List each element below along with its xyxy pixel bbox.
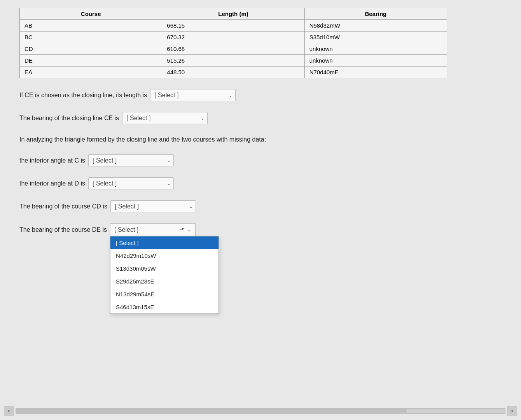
q2-label: The bearing of the closing line CE is: [19, 115, 119, 122]
dropdown-item[interactable]: S29d25m23sE: [110, 275, 219, 288]
cell-course: CD: [20, 43, 162, 55]
cell-bearing: unknown: [304, 55, 447, 66]
q7-select-display[interactable]: [ Select ] ⬏ ⌄: [110, 223, 196, 236]
q1-select[interactable]: [ Select ]: [150, 89, 236, 101]
q6-label: The bearing of the course CD is: [19, 203, 107, 210]
q1-select-wrapper: [ Select ] ⌄: [150, 89, 236, 101]
dropdown-item[interactable]: N13d29m54sE: [110, 288, 219, 301]
dropdown-item[interactable]: S46d13m15sE: [110, 301, 219, 313]
dropdown-item[interactable]: [ Select ]: [110, 236, 219, 249]
cell-length: 670.32: [162, 32, 304, 43]
page-wrapper: Course Length (m) Bearing AB668.15N58d32…: [0, 0, 521, 420]
dropdown-item[interactable]: S13d30m05sW: [110, 262, 219, 275]
cursor-icon: ⬏: [179, 226, 184, 233]
q4-select-wrapper: [ Select ] ⌄: [88, 154, 174, 166]
table-row: CD610.68unknown: [20, 43, 447, 55]
q4-select[interactable]: [ Select ]: [88, 154, 174, 166]
q7-label: The bearing of the course DE is: [19, 226, 107, 233]
q6-select-wrapper: [ Select ] ⌄: [110, 200, 196, 212]
dropdown-item[interactable]: N42d29m10sW: [110, 249, 219, 262]
q7-select-value: [ Select ]: [114, 226, 177, 233]
cell-length: 448.50: [162, 66, 304, 78]
course-table: Course Length (m) Bearing AB668.15N58d32…: [19, 8, 447, 78]
scrollbar-track[interactable]: [16, 408, 505, 414]
question-ce-length: If CE is chosen as the closing line, its…: [19, 89, 505, 101]
col-header-length: Length (m): [162, 8, 304, 20]
question-ce-bearing: The bearing of the closing line CE is [ …: [19, 112, 505, 124]
col-header-bearing: Bearing: [304, 8, 447, 20]
q4-label: the interior angle at C is: [19, 157, 85, 164]
q2-select[interactable]: [ Select ]: [122, 112, 208, 124]
question-de-bearing: The bearing of the course DE is [ Select…: [19, 223, 505, 236]
cell-bearing: unknown: [304, 43, 447, 55]
q5-select[interactable]: [ Select ]: [88, 177, 174, 189]
question-cd-bearing: The bearing of the course CD is [ Select…: [19, 200, 505, 212]
scroll-left-arrow[interactable]: <: [4, 406, 14, 416]
question-angle-c: the interior angle at C is [ Select ] ⌄: [19, 154, 505, 166]
cell-length: 610.68: [162, 43, 304, 55]
col-header-course: Course: [20, 8, 162, 20]
analysis-paragraph: In analyzing the triangle formed by the …: [19, 135, 505, 144]
table-row: BC670.32S35d10mW: [20, 32, 447, 43]
bottom-scrollbar: < >: [0, 406, 521, 416]
chevron-down-icon: ⌄: [187, 227, 191, 233]
q1-label: If CE is chosen as the closing line, its…: [19, 92, 147, 99]
q5-label: the interior angle at D is: [19, 180, 85, 187]
cell-length: 668.15: [162, 20, 304, 32]
table-row: DE515.26unknown: [20, 55, 447, 66]
cell-course: DE: [20, 55, 162, 66]
cell-bearing: S35d10mW: [304, 32, 447, 43]
q7-dropdown-list: [ Select ]N42d29m10sWS13d30m05sWS29d25m2…: [110, 236, 219, 314]
table-row: AB668.15N58d32mW: [20, 20, 447, 32]
cell-bearing: N70d40mE: [304, 66, 447, 78]
q5-select-wrapper: [ Select ] ⌄: [88, 177, 174, 189]
q6-select[interactable]: [ Select ]: [110, 200, 196, 212]
cell-course: EA: [20, 66, 162, 78]
cell-course: BC: [20, 32, 162, 43]
cell-bearing: N58d32mW: [304, 20, 447, 32]
table-row: EA448.50N70d40mE: [20, 66, 447, 78]
question-angle-d: the interior angle at D is [ Select ] ⌄: [19, 177, 505, 189]
q2-select-wrapper: [ Select ] ⌄: [122, 112, 208, 124]
scrollbar-thumb[interactable]: [16, 409, 407, 414]
cell-course: AB: [20, 20, 162, 32]
q7-dropdown-container: [ Select ] ⬏ ⌄ [ Select ]N42d29m10sWS13d…: [110, 223, 196, 236]
cell-length: 515.26: [162, 55, 304, 66]
scroll-right-arrow[interactable]: >: [507, 406, 517, 416]
